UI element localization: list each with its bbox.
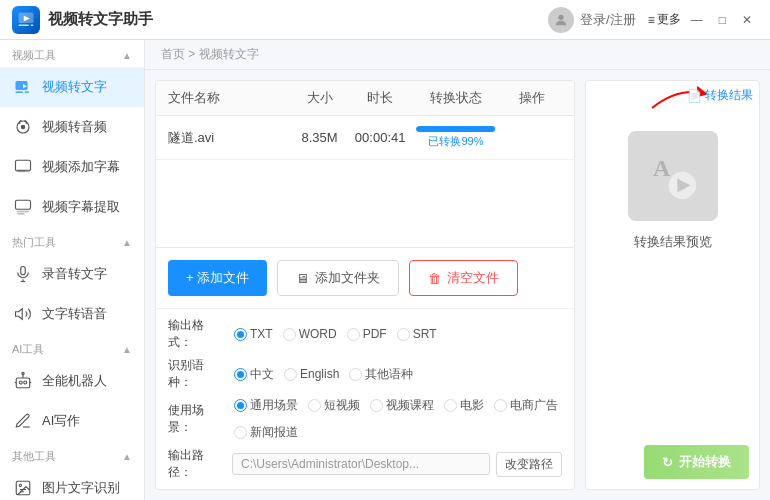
scene-movie[interactable]: 电影 <box>444 397 484 414</box>
clear-files-button[interactable]: 🗑 清空文件 <box>409 260 518 296</box>
change-path-button[interactable]: 改变路径 <box>496 452 562 477</box>
svg-point-23 <box>24 381 27 384</box>
radio-other <box>349 368 362 381</box>
close-btn[interactable]: ✕ <box>736 11 758 29</box>
sidebar-label-video-to-text: 视频转文字 <box>42 78 107 96</box>
app-logo <box>12 6 40 34</box>
table-row: 隧道.avi 8.35M 00:00:41 已转换99% <box>156 116 574 160</box>
svg-rect-2 <box>19 24 30 26</box>
format-label: 输出格式： <box>168 317 226 351</box>
video-extract-subtitle-icon <box>12 196 34 218</box>
radio-movie <box>444 399 457 412</box>
sidebar-label-image-text: 图片文字识别 <box>42 479 120 497</box>
lang-chinese[interactable]: 中文 <box>234 366 274 383</box>
svg-point-4 <box>558 14 563 19</box>
image-text-icon <box>12 477 34 499</box>
sidebar-item-image-text[interactable]: 图片文字识别 <box>0 468 144 500</box>
chevron-video-tools: ▲ <box>122 50 132 61</box>
scene-short-video[interactable]: 短视频 <box>308 397 360 414</box>
document-icon: 📄 <box>687 89 702 103</box>
sidebar-item-video-extract-subtitle[interactable]: 视频字幕提取 <box>0 187 144 227</box>
sidebar-label-record-to-text: 录音转文字 <box>42 265 107 283</box>
text-to-speech-icon <box>12 303 34 325</box>
add-file-button[interactable]: + 添加文件 <box>168 260 267 296</box>
maximize-btn[interactable]: □ <box>713 11 732 29</box>
lang-english[interactable]: English <box>284 367 339 381</box>
svg-text:A: A <box>653 155 670 181</box>
sidebar-label-full-robot: 全能机器人 <box>42 372 107 390</box>
chevron-other-tools: ▲ <box>122 451 132 462</box>
format-txt[interactable]: TXT <box>234 327 273 341</box>
lang-other[interactable]: 其他语种 <box>349 366 413 383</box>
record-to-text-icon <box>12 263 34 285</box>
format-values: TXT WORD PDF <box>234 327 436 341</box>
col-filename: 文件名称 <box>168 89 289 107</box>
sidebar-label-text-to-speech: 文字转语音 <box>42 305 107 323</box>
output-path-input[interactable] <box>232 453 490 475</box>
section-hot-tools: 热门工具 ▲ <box>0 227 144 254</box>
buttons-row: + 添加文件 🖥 添加文件夹 🗑 清空文件 <box>156 247 574 308</box>
sidebar-item-video-to-audio[interactable]: 视频转音频 <box>0 107 144 147</box>
scene-general[interactable]: 通用场景 <box>234 397 298 414</box>
right-panel: 📄 转换结果 A 转换结果预览 <box>585 80 760 490</box>
format-srt[interactable]: SRT <box>397 327 437 341</box>
radio-ecommerce <box>494 399 507 412</box>
format-row: 输出格式： TXT WORD <box>168 317 562 351</box>
language-row: 识别语种： 中文 English <box>168 357 562 391</box>
svg-point-22 <box>19 381 22 384</box>
content-area: 首页 > 视频转文字 文件名称 大小 时长 转换状态 操作 隧 <box>145 40 770 500</box>
cell-size: 8.35M <box>289 130 350 145</box>
sidebar-item-full-robot[interactable]: 全能机器人 <box>0 361 144 401</box>
title-bar: 视频转文字助手 登录/注册 ≡ 更多 — □ ✕ <box>0 0 770 40</box>
sidebar-item-video-add-subtitle[interactable]: 视频添加字幕 <box>0 147 144 187</box>
breadcrumb-home: 首页 <box>161 47 185 61</box>
video-to-text-icon <box>12 76 34 98</box>
minimize-btn[interactable]: — <box>685 11 709 29</box>
start-convert-button[interactable]: ↻ 开始转换 <box>644 445 749 479</box>
svg-rect-3 <box>31 24 34 26</box>
output-path-row: 输出路径： 改变路径 <box>168 447 562 481</box>
options-area: 输出格式： TXT WORD <box>156 308 574 489</box>
sidebar-label-video-extract-subtitle: 视频字幕提取 <box>42 198 120 216</box>
svg-marker-20 <box>16 309 23 320</box>
scene-ecommerce[interactable]: 电商广告 <box>494 397 558 414</box>
format-pdf[interactable]: PDF <box>347 327 387 341</box>
app-title: 视频转文字助手 <box>48 10 153 29</box>
svg-rect-5 <box>16 81 28 90</box>
svg-rect-16 <box>17 213 25 215</box>
format-word[interactable]: WORD <box>283 327 337 341</box>
col-action: 操作 <box>501 89 562 107</box>
user-login[interactable]: 登录/注册 <box>580 11 636 29</box>
full-robot-icon <box>12 370 34 392</box>
user-area[interactable]: 登录/注册 <box>548 7 636 33</box>
radio-pdf <box>347 328 360 341</box>
col-size: 大小 <box>289 89 350 107</box>
radio-word <box>283 328 296 341</box>
col-status: 转换状态 <box>410 89 501 107</box>
convert-result-button[interactable]: 📄 转换结果 <box>687 87 753 104</box>
trash-icon: 🗑 <box>428 271 441 286</box>
radio-txt <box>234 328 247 341</box>
more-btn[interactable]: ≡ 更多 <box>648 11 681 28</box>
progress-bar <box>416 126 496 132</box>
language-values: 中文 English 其他语种 <box>234 366 413 383</box>
preview-icon: A <box>628 131 718 221</box>
section-ai-tools: AI工具 ▲ <box>0 334 144 361</box>
svg-point-10 <box>21 125 26 130</box>
scene-row: 使用场景： 通用场景 短视频 <box>168 397 562 441</box>
sidebar-item-video-to-text[interactable]: 视频转文字 <box>0 67 144 107</box>
content-panel: 文件名称 大小 时长 转换状态 操作 隧道.avi 8.35M 00:00:41 <box>145 70 770 500</box>
refresh-icon: ↻ <box>662 455 673 470</box>
radio-general <box>234 399 247 412</box>
video-to-audio-icon <box>12 116 34 138</box>
sidebar-item-record-to-text[interactable]: 录音转文字 <box>0 254 144 294</box>
sidebar-item-ai-writing[interactable]: AI写作 <box>0 401 144 441</box>
radio-english <box>284 368 297 381</box>
add-folder-button[interactable]: 🖥 添加文件夹 <box>277 260 399 296</box>
table-header: 文件名称 大小 时长 转换状态 操作 <box>156 81 574 116</box>
scene-course[interactable]: 视频课程 <box>370 397 434 414</box>
scene-news[interactable]: 新闻报道 <box>234 424 298 441</box>
ai-writing-icon <box>12 410 34 432</box>
svg-rect-13 <box>18 170 26 171</box>
sidebar-item-text-to-speech[interactable]: 文字转语音 <box>0 294 144 334</box>
